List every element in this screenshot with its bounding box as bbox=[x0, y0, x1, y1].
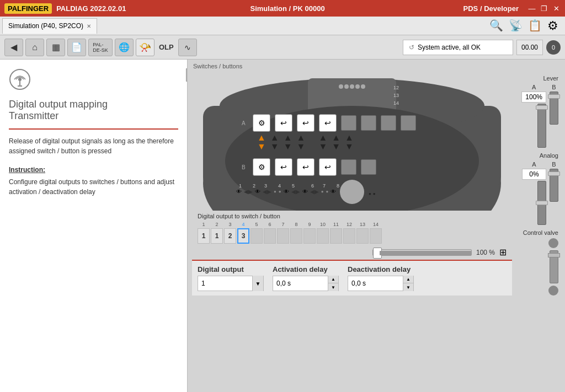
lever-a-track[interactable] bbox=[537, 104, 546, 148]
map-cell-6[interactable] bbox=[264, 228, 276, 244]
monitor-button[interactable]: ▦ bbox=[46, 39, 65, 56]
btn-8[interactable] bbox=[401, 115, 416, 131]
title-bar: PALFINGER PALDIAG 2022.02.01 Simulation … bbox=[0, 0, 565, 17]
lever-b: B bbox=[550, 84, 558, 148]
btn-6[interactable] bbox=[361, 115, 376, 131]
analog-b-track[interactable] bbox=[550, 169, 558, 202]
expand-icon[interactable]: ⊞ bbox=[499, 247, 507, 257]
map-cell-2[interactable]: 1 bbox=[211, 228, 223, 244]
control-valve-track[interactable] bbox=[550, 250, 558, 283]
home-button[interactable]: ⌂ bbox=[25, 39, 44, 56]
map-cell-8[interactable] bbox=[290, 228, 302, 244]
settings-icon[interactable]: ⚙ bbox=[547, 19, 558, 33]
lever-title: Lever bbox=[519, 75, 558, 82]
analog-a-handle[interactable] bbox=[536, 201, 548, 205]
map-num-12: 12 bbox=[343, 222, 355, 227]
wave-button[interactable]: ∿ bbox=[178, 39, 197, 56]
btn-b4[interactable]: ↩ bbox=[319, 158, 337, 176]
control-valve-handle[interactable] bbox=[548, 253, 560, 257]
dark-arrow-6: ▲ ▼ bbox=[345, 133, 354, 151]
pal-desk-button[interactable]: PAL-DE-SK bbox=[88, 39, 113, 56]
alert-icon[interactable]: 0 bbox=[546, 40, 561, 55]
mapping-cells: 1123 bbox=[198, 228, 507, 244]
panel-description: Release of digital output signals as lon… bbox=[9, 136, 178, 156]
map-num-5: 5 bbox=[250, 222, 263, 227]
deactivation-delay-spinbox[interactable]: 0,0 s ▲ ▼ bbox=[348, 276, 414, 291]
clipboard-icon[interactable]: 📋 bbox=[528, 19, 542, 33]
lever-b-handle[interactable] bbox=[548, 94, 560, 99]
btn-7[interactable] bbox=[381, 115, 396, 131]
logo-badge: PALFINGER bbox=[4, 3, 52, 14]
tab-simulation[interactable]: Simulation (P40, SP2CO) ✕ bbox=[2, 18, 97, 34]
tab-bar: Simulation (P40, SP2CO) ✕ 🔍 📡 📋 ⚙ bbox=[0, 17, 565, 35]
btn-5[interactable] bbox=[341, 115, 356, 131]
control-valve-ball-b bbox=[548, 286, 558, 296]
btn-b6[interactable] bbox=[361, 159, 376, 175]
btn-2[interactable]: ↩ bbox=[275, 114, 292, 132]
map-cell-10[interactable] bbox=[317, 228, 329, 244]
back-button[interactable]: ◀ bbox=[4, 39, 23, 56]
collapse-button[interactable]: ❯ bbox=[186, 68, 188, 82]
analog-a-track[interactable] bbox=[537, 181, 546, 225]
lever-a-value: 100% bbox=[521, 92, 546, 103]
map-cell-11[interactable] bbox=[330, 228, 342, 244]
center-dots: ● ● bbox=[369, 191, 376, 196]
digital-output-select[interactable]: 1 ▼ bbox=[198, 276, 264, 291]
dark-arrow-2: ▲ ▼ bbox=[284, 133, 292, 151]
globe-button[interactable]: 🌐 bbox=[115, 39, 134, 56]
restore-button[interactable]: ❐ bbox=[540, 4, 548, 13]
btn-b5[interactable] bbox=[341, 159, 356, 175]
slider-track[interactable] bbox=[372, 249, 472, 256]
svg-point-12 bbox=[361, 84, 365, 89]
save-button[interactable]: 📄 bbox=[67, 39, 86, 56]
close-button[interactable]: ✕ bbox=[552, 4, 561, 13]
wifi-icon[interactable]: 📡 bbox=[509, 19, 523, 33]
map-cell-1[interactable]: 1 bbox=[198, 228, 210, 244]
map-cell-12[interactable] bbox=[343, 228, 355, 244]
deactivation-delay-up[interactable]: ▲ bbox=[403, 276, 413, 283]
btn-b1[interactable]: ⚙ bbox=[253, 158, 270, 176]
minimize-button[interactable]: — bbox=[527, 4, 536, 13]
tab-close-button[interactable]: ✕ bbox=[87, 23, 91, 29]
map-cell-5[interactable] bbox=[250, 228, 263, 244]
dark-arrow-1: ▲ ▼ bbox=[270, 133, 279, 151]
map-num-11: 11 bbox=[330, 222, 342, 227]
map-cell-7[interactable] bbox=[277, 228, 289, 244]
activation-delay-value: 0,0 s bbox=[273, 280, 328, 287]
svg-point-8 bbox=[339, 84, 343, 89]
lever-a-label: A bbox=[532, 84, 536, 90]
analog-b-handle[interactable] bbox=[548, 171, 560, 176]
activation-delay-col: Activation delay 0,0 s ▲ ▼ bbox=[273, 265, 339, 291]
btn-1[interactable]: ⚙ bbox=[253, 114, 270, 132]
btn-b3[interactable]: ↩ bbox=[297, 158, 315, 176]
activation-delay-up[interactable]: ▲ bbox=[328, 276, 338, 283]
mapping-numbers: 1234567891011121314 bbox=[198, 222, 507, 227]
map-num-6: 6 bbox=[264, 222, 276, 227]
status-text: ↺ System active, all OK bbox=[403, 40, 513, 55]
map-num-10: 10 bbox=[317, 222, 329, 227]
lever-b-track[interactable] bbox=[550, 92, 558, 125]
map-num-3: 3 bbox=[224, 222, 236, 227]
btn-b2[interactable]: ↩ bbox=[275, 158, 292, 176]
svg-text:13: 13 bbox=[393, 93, 399, 98]
panel-divider bbox=[9, 128, 178, 130]
lever-a-handle[interactable] bbox=[536, 105, 548, 110]
btn-3[interactable]: ↩ bbox=[297, 114, 315, 132]
btn-4[interactable]: ↩ bbox=[319, 114, 337, 132]
horn-button[interactable]: 📯 bbox=[136, 39, 154, 56]
panel-title: Digital output mapping Transmitter bbox=[9, 99, 178, 122]
activation-delay-spinbox[interactable]: 0,0 s ▲ ▼ bbox=[273, 276, 339, 291]
map-cell-3[interactable]: 2 bbox=[224, 228, 236, 244]
digital-output-col: Digital output 1 ▼ bbox=[198, 265, 264, 291]
deactivation-delay-down[interactable]: ▼ bbox=[403, 283, 413, 291]
digital-output-dropdown-arrow[interactable]: ▼ bbox=[252, 276, 263, 291]
map-cell-4[interactable]: 3 bbox=[237, 228, 249, 244]
center-joystick[interactable] bbox=[340, 180, 364, 204]
button-row-top: A ⚙ ↩ ↩ ↩ bbox=[242, 114, 416, 132]
map-cell-14[interactable] bbox=[370, 228, 382, 244]
search-zoom-icon[interactable]: 🔍 bbox=[489, 19, 503, 33]
map-cell-13[interactable] bbox=[356, 228, 369, 244]
activation-delay-down[interactable]: ▼ bbox=[328, 283, 338, 291]
instruction-label: Instruction: bbox=[9, 165, 178, 175]
map-cell-9[interactable] bbox=[303, 228, 316, 244]
